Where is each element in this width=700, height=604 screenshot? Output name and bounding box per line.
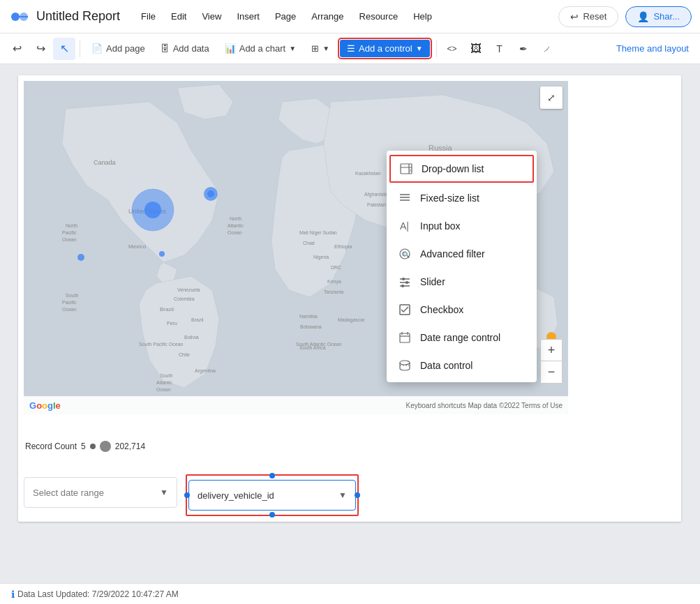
menu-help[interactable]: Help (406, 8, 439, 24)
svg-text:Peru: Peru (167, 321, 177, 326)
add-page-button[interactable]: 📄 Add page (84, 40, 152, 57)
menu-option-slider[interactable]: Slider (387, 268, 537, 296)
add-component-button[interactable]: ⊞ ▼ (304, 40, 336, 57)
menu-view[interactable]: View (195, 8, 228, 24)
fixed-size-list-icon (398, 191, 412, 205)
resize-handle-right[interactable] (355, 492, 360, 498)
share-button[interactable]: 👤 Shar... (625, 6, 692, 27)
svg-point-80 (400, 361, 410, 365)
reset-button[interactable]: ↩ Reset (558, 6, 618, 27)
add-component-chevron: ▼ (322, 45, 329, 52)
menu-option-checkbox[interactable]: Checkbox (387, 296, 537, 324)
legend-dot-small (90, 444, 96, 449)
svg-text:Canada: Canada (94, 159, 116, 166)
menu-option-slider-label: Slider (420, 276, 445, 287)
menu-option-data-control[interactable]: Data control (387, 352, 537, 379)
textbox-button[interactable]: T (489, 38, 511, 60)
zoom-out-button[interactable]: − (540, 361, 563, 384)
svg-text:Namibia: Namibia (299, 314, 318, 319)
menu-option-date-range-control[interactable]: Date range control (387, 324, 537, 352)
svg-point-53 (77, 254, 84, 261)
svg-text:Pacific: Pacific (62, 230, 77, 235)
svg-text:Pakistan: Pakistan (367, 202, 386, 207)
menu-page[interactable]: Page (268, 8, 303, 24)
resize-handle-top[interactable] (269, 473, 275, 478)
map-fullscreen-button[interactable]: ⤢ (540, 86, 563, 109)
svg-text:South: South (160, 373, 172, 378)
zoom-in-button[interactable]: + (540, 339, 563, 361)
svg-text:Ocean: Ocean (62, 237, 77, 242)
menu-option-fixed-size-list[interactable]: Fixed-size list (387, 184, 537, 212)
svg-text:🔍: 🔍 (403, 251, 410, 258)
svg-point-74 (401, 285, 404, 287)
dropdown-control-wrapper: delivery_vehicle_id ▼ (186, 474, 359, 516)
svg-text:Argentina: Argentina (195, 368, 216, 374)
image-button[interactable]: 🖼 (465, 38, 487, 60)
svg-text:North: North (66, 223, 77, 228)
svg-text:Nigeria: Nigeria (313, 255, 329, 260)
menu-option-fixed-size-list-label: Fixed-size list (420, 192, 479, 204)
date-range-control[interactable]: Select date range ▼ (24, 477, 177, 508)
svg-text:Mali Niger Sudan: Mali Niger Sudan (299, 230, 337, 236)
record-count-value2: 202,714 (115, 441, 145, 451)
cursor-button[interactable]: ↖ (53, 38, 75, 60)
date-range-icon (398, 331, 412, 345)
menu-option-dropdown-list[interactable]: Drop-down list (389, 155, 534, 183)
map-footer: Google Keyboard shortcuts Map data ©2022… (24, 396, 568, 414)
embed-button[interactable]: <> (441, 38, 463, 60)
resize-handle-bottom[interactable] (269, 512, 275, 518)
svg-text:Pacific: Pacific (62, 300, 77, 305)
theme-layout-button[interactable]: Theme and layout (611, 40, 694, 57)
menu-insert[interactable]: Insert (230, 8, 267, 24)
svg-text:Ocean: Ocean (62, 307, 77, 312)
menu-option-advanced-filter[interactable]: 🔍 Advanced filter (387, 240, 537, 268)
add-data-button[interactable]: 🗄 Add data (154, 40, 216, 57)
svg-point-73 (405, 281, 408, 284)
svg-text:North: North (230, 216, 241, 221)
undo-button[interactable]: ↩ (6, 38, 28, 60)
map-attribution: Keyboard shortcuts Map data ©2022 Terms … (405, 402, 563, 409)
svg-text:South Africa: South Africa (299, 345, 326, 350)
lines-button[interactable]: ⟋ (536, 38, 558, 60)
add-control-button[interactable]: ☰ Add a control ▼ (340, 40, 430, 57)
menu-file[interactable]: File (134, 8, 163, 24)
dropdown-control[interactable]: delivery_vehicle_id ▼ (188, 480, 356, 511)
status-text: Data Last Updated: 7/29/2022 10:47:27 AM (17, 589, 179, 599)
menu-resource[interactable]: Resource (352, 8, 405, 24)
svg-text:Colombia: Colombia (174, 296, 195, 301)
input-box-icon: A| (398, 219, 412, 233)
add-control-chevron: ▼ (416, 45, 423, 52)
menu-option-date-range-label: Date range control (420, 332, 500, 343)
menu-option-data-control-label: Data control (420, 360, 472, 371)
svg-text:Botswana: Botswana (300, 324, 322, 329)
menu-option-dropdown-list-label: Drop-down list (422, 163, 484, 174)
svg-text:Brazil: Brazil (191, 317, 204, 322)
menu-edit[interactable]: Edit (164, 8, 193, 24)
svg-text:Atlantic: Atlantic (228, 223, 244, 228)
menu-option-input-box[interactable]: A| Input box (387, 212, 537, 240)
report-title: Untitled Report (36, 9, 120, 24)
share-icon: 👤 (637, 11, 649, 22)
svg-text:Kenya: Kenya (327, 279, 341, 285)
menu-arrange[interactable]: Arrange (304, 8, 350, 24)
date-chevron-icon: ▼ (160, 488, 168, 497)
menu-option-checkbox-label: Checkbox (420, 304, 463, 315)
svg-text:Chile: Chile (179, 352, 190, 357)
redo-button[interactable]: ↪ (29, 38, 52, 60)
svg-text:Madagascar: Madagascar (338, 317, 365, 323)
add-chart-button[interactable]: 📊 Add a chart ▼ (218, 40, 303, 57)
resize-handle-left[interactable] (184, 492, 190, 498)
svg-text:DRC: DRC (331, 265, 341, 270)
svg-point-54 (159, 251, 165, 257)
svg-text:Ethiopia: Ethiopia (334, 244, 352, 250)
svg-text:Ocean: Ocean (228, 230, 242, 235)
record-count-value1: 5 (81, 441, 86, 451)
svg-text:Mexico: Mexico (128, 243, 147, 250)
shapes-button[interactable]: ✒ (512, 38, 535, 60)
svg-text:Tanzania: Tanzania (324, 289, 343, 294)
add-data-icon: 🗄 (161, 43, 170, 54)
menu-option-advanced-filter-label: Advanced filter (420, 248, 485, 259)
record-count-label: Record Count (25, 441, 77, 451)
slider-icon (398, 275, 412, 289)
svg-text:South Pacific Ocean: South Pacific Ocean (139, 342, 184, 347)
